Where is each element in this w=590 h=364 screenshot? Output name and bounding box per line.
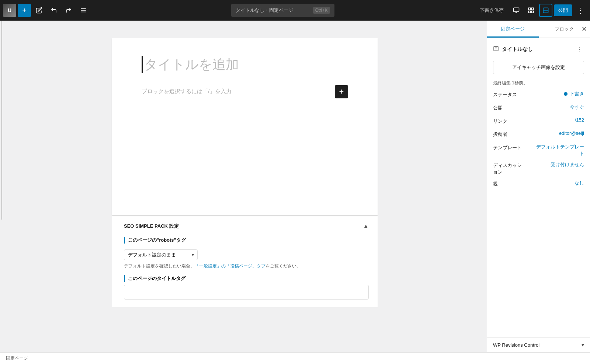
template-value[interactable]: デフォルトテンプレート	[532, 144, 584, 157]
title-tag-label: このページのタイトルタグ	[124, 275, 369, 282]
svg-rect-6	[528, 8, 530, 10]
revisions-title: WP Revisions Control	[493, 342, 539, 348]
seo-chevron-icon: ▲	[363, 223, 369, 230]
document-icon	[493, 46, 499, 53]
layout-button[interactable]	[539, 4, 552, 17]
discussion-value[interactable]: 受け付けません	[551, 161, 584, 168]
edit-mode-button[interactable]	[32, 4, 46, 17]
meta-area: SEO SIMPLE PACK 設定 ▲ このページの"robots"タグ デフ…	[103, 215, 386, 307]
sidebar-tabs: 固定ページ ブロック ✕	[487, 21, 590, 38]
publish-value[interactable]: 今すぐ	[570, 104, 584, 111]
settings-button[interactable]	[524, 4, 538, 17]
editor-main[interactable]: タイトルを追加 ブロックを選択するには「/」を入力 + SEO SIMPLE P…	[3, 21, 487, 352]
publish-button[interactable]: 公開	[554, 4, 572, 16]
redo-button[interactable]	[62, 4, 75, 17]
status-label: ステータス	[493, 91, 517, 98]
robots-select[interactable]: デフォルト設定のまま index, follow noindex, follow…	[124, 249, 198, 260]
featured-image-button[interactable]: アイキャッチ画像を設定	[493, 61, 584, 74]
publish-label: 公開	[493, 104, 503, 111]
save-draft-button[interactable]: 下書き保存	[475, 4, 508, 16]
link-value[interactable]: /152	[575, 117, 584, 123]
discussion-label: ディスカッション	[493, 161, 523, 175]
toolbar: U + タイトルなし・固定ページ Ctrl+K 下書き保存 公開 ⋮	[0, 0, 590, 21]
more-options-button[interactable]: ⋮	[574, 4, 587, 17]
robots-hint-link[interactable]: 「一般設定」の「投稿ページ」タブ	[195, 263, 266, 269]
seo-section-title: SEO SIMPLE PACK 設定	[124, 223, 179, 230]
sidebar-row-discussion: ディスカッション 受け付けません	[493, 161, 584, 175]
sidebar-row-author: 投稿者 editor@seiji	[493, 130, 584, 139]
footer-bar: 固定ページ	[0, 352, 590, 364]
sidebar-row-link: リンク /152	[493, 117, 584, 126]
sidebar-content: タイトルなし ⋮ アイキャッチ画像を設定 最終編集 1秒前。 ステータス 下書き	[487, 38, 590, 337]
search-text: タイトルなし・固定ページ	[236, 7, 293, 14]
parent-value[interactable]: なし	[575, 180, 584, 186]
post-header: タイトルなし ⋮	[493, 44, 584, 55]
left-scrollbar[interactable]	[0, 21, 3, 352]
template-label: テンプレート	[493, 144, 522, 151]
search-shortcut: Ctrl+K	[313, 7, 330, 14]
link-label: リンク	[493, 117, 507, 125]
robots-label-wrapper: このページの"robots"タグ	[124, 237, 369, 244]
sidebar-close-button[interactable]: ✕	[582, 25, 587, 33]
undo-button[interactable]	[47, 4, 60, 17]
parent-label: 親	[493, 180, 498, 187]
revisions-section-header[interactable]: WP Revisions Control ▾	[493, 342, 584, 348]
robots-label: このページの"robots"タグ	[128, 237, 369, 244]
status-dot-icon	[564, 92, 568, 96]
user-avatar[interactable]: U	[3, 4, 16, 17]
add-block-inline-button[interactable]: +	[335, 85, 348, 98]
tab-indicator	[487, 36, 539, 38]
footer-label: 固定ページ	[6, 355, 28, 361]
editor-body[interactable]: ブロックを選択するには「/」を入力 +	[142, 85, 348, 98]
tab-page[interactable]: 固定ページ	[487, 21, 539, 38]
author-label: 投稿者	[493, 130, 507, 138]
author-value[interactable]: editor@seiji	[559, 130, 584, 136]
add-block-toolbar-button[interactable]: +	[18, 4, 31, 17]
right-sidebar: 固定ページ ブロック ✕ タイトルなし ⋮ アイキャッチ画像を設定 最終編集 1…	[487, 21, 590, 352]
editor-canvas: タイトルを追加 ブロックを選択するには「/」を入力 +	[112, 38, 378, 215]
document-overview-button[interactable]	[77, 4, 90, 17]
canvas-wrapper: タイトルを追加 ブロックを選択するには「/」を入力 +	[3, 21, 487, 215]
title-tag-input[interactable]	[124, 285, 369, 300]
seo-meta-content: このページの"robots"タグ デフォルト設定のまま index, follo…	[124, 237, 369, 300]
toolbar-right: 下書き保存 公開 ⋮	[475, 4, 587, 17]
revisions-control-section: WP Revisions Control ▾	[487, 337, 590, 352]
sidebar-row-parent: 親 なし	[493, 180, 584, 189]
svg-rect-3	[514, 8, 519, 12]
status-value[interactable]: 下書き	[564, 91, 584, 97]
body-placeholder-text: ブロックを選択するには「/」を入力	[142, 88, 232, 95]
sidebar-rows: ステータス 下書き 公開 今すぐ リンク /152	[493, 91, 584, 189]
search-command-palette[interactable]: タイトルなし・固定ページ Ctrl+K	[231, 4, 334, 17]
seo-section-header[interactable]: SEO SIMPLE PACK 設定 ▲	[124, 221, 369, 231]
svg-rect-9	[532, 11, 534, 13]
robots-select-wrapper: デフォルト設定のまま index, follow noindex, follow…	[124, 249, 198, 260]
last-edited-text: 最終編集 1秒前。	[493, 80, 584, 86]
revisions-toggle-button[interactable]: ▾	[582, 342, 584, 348]
seo-meta-panel: SEO SIMPLE PACK 設定 ▲ このページの"robots"タグ デフ…	[112, 215, 378, 307]
preview-button[interactable]	[510, 4, 523, 17]
post-title-display: タイトルなし	[493, 46, 533, 53]
robots-hint: デフォルト設定を確認したい場合、「一般設定」の「投稿ページ」タブをご覧ください。	[124, 263, 369, 269]
svg-rect-7	[532, 8, 534, 10]
editor-layout: タイトルを追加 ブロックを選択するには「/」を入力 + SEO SIMPLE P…	[0, 21, 590, 352]
svg-rect-8	[528, 11, 530, 13]
post-more-button[interactable]: ⋮	[575, 44, 584, 55]
sidebar-row-template: テンプレート デフォルトテンプレート	[493, 144, 584, 157]
sidebar-row-status: ステータス 下書き	[493, 91, 584, 99]
sidebar-row-publish: 公開 今すぐ	[493, 104, 584, 113]
toolbar-center: タイトルなし・固定ページ Ctrl+K	[91, 4, 474, 17]
post-title-input[interactable]: タイトルを追加	[142, 56, 348, 73]
